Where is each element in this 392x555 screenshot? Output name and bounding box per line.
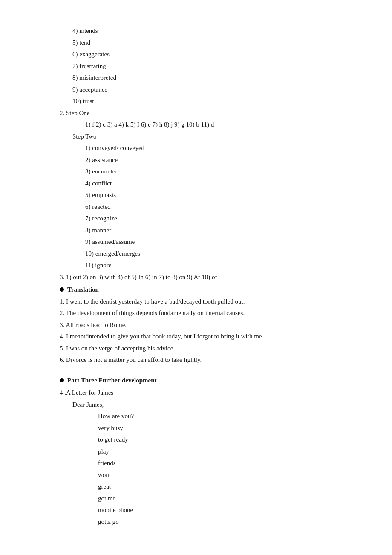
step-two-item-11: 11) ignore xyxy=(85,260,349,271)
translation-heading: Translation xyxy=(60,284,349,295)
letter-items: How are you? very busy to get ready play… xyxy=(72,411,349,527)
letter-intro: 4 .A Letter for James xyxy=(60,387,349,399)
letter-item-5: friends xyxy=(98,458,349,469)
part-three-section: Part Three Further development xyxy=(60,375,349,386)
step-two-section: Step Two 1) conveyed/ conveyed 2) assist… xyxy=(60,131,349,271)
step-two-label-wrapper: Step Two xyxy=(60,131,349,142)
translation-items: 1. I went to the dentist yesterday to ha… xyxy=(60,296,349,366)
step-one-items: 1) f 2) c 3) a 4) k 5) I 6) e 7) h 8) j … xyxy=(85,119,349,130)
list-item-7: 7) frustrating xyxy=(72,61,349,72)
list-item-4: 4) intends xyxy=(72,26,349,37)
translation-item-4: 4. I meant/intended to give you that boo… xyxy=(60,331,349,342)
part-three-heading-text: Part Three Further development xyxy=(67,377,157,384)
list-item-6: 6) exaggerates xyxy=(72,49,349,60)
letter-section: 4 .A Letter for James Dear James, How ar… xyxy=(60,387,349,527)
step-two-item-4: 4) conflict xyxy=(85,178,349,189)
letter-item-2: very busy xyxy=(98,423,349,434)
step-two-label: Step Two xyxy=(72,131,349,142)
step-two-item-10: 10) emerged/emerges xyxy=(85,249,349,260)
step-two-item-1: 1) conveyed/ conveyed xyxy=(85,143,349,154)
list-item-8: 8) misinterpreted xyxy=(72,72,349,84)
item3-section: 3. 1) out 2) on 3) with 4) of 5) In 6) i… xyxy=(60,272,349,283)
letter-item-6: won xyxy=(98,470,349,481)
step-two-item-3: 3) encounter xyxy=(85,166,349,177)
dear-james: Dear James, xyxy=(72,399,349,410)
letter-item-1: How are you? xyxy=(98,411,349,422)
step-one-label: 2. Step One xyxy=(60,108,349,119)
main-content: 4) intends 5) tend 6) exaggerates 7) fru… xyxy=(60,26,349,527)
numbered-list-top: 4) intends 5) tend 6) exaggerates 7) fru… xyxy=(60,26,349,107)
item3-text: 3. 1) out 2) on 3) with 4) of 5) In 6) i… xyxy=(60,272,349,283)
letter-item-4: play xyxy=(98,446,349,457)
translation-item-2: 2. The development of things depends fun… xyxy=(60,308,349,319)
part-three-bullet-icon xyxy=(60,378,64,382)
letter-item-10: gotta go xyxy=(98,517,349,528)
translation-item-6: 6. Divorce is not a matter you can affor… xyxy=(60,355,349,366)
letter-item-9: mobile phone xyxy=(98,505,349,516)
part-three-heading: Part Three Further development xyxy=(60,375,349,386)
step-two-item-6: 6) reacted xyxy=(85,202,349,213)
translation-bullet-icon xyxy=(60,287,64,292)
list-item-9: 9) acceptance xyxy=(72,84,349,95)
list-item-5: 5) tend xyxy=(72,38,349,49)
letter-item-7: great xyxy=(98,481,349,492)
list-item-10: 10) trust xyxy=(72,96,349,107)
translation-label: Translation xyxy=(67,284,99,295)
letter-item-3: to get ready xyxy=(98,434,349,445)
step-two-item-5: 5) emphasis xyxy=(85,190,349,201)
step-two-item-9: 9) assumed/assume xyxy=(85,237,349,248)
step-two-item-7: 7) recognize xyxy=(85,213,349,224)
translation-item-3: 3. All roads lead to Rome. xyxy=(60,320,349,331)
letter-body: Dear James, How are you? very busy to ge… xyxy=(60,399,349,528)
translation-item-5: 5. I was on the verge of accepting his a… xyxy=(60,343,349,354)
step-one-section: 2. Step One 1) f 2) c 3) a 4) k 5) I 6) … xyxy=(60,108,349,130)
step-two-item-2: 2) assistance xyxy=(85,155,349,166)
step-two-item-8: 8) manner xyxy=(85,225,349,236)
step-one-answers: 1) f 2) c 3) a 4) k 5) I 6) e 7) h 8) j … xyxy=(60,119,349,130)
step-two-items: 1) conveyed/ conveyed 2) assistance 3) e… xyxy=(60,143,349,271)
letter-item-8: got me xyxy=(98,493,349,504)
translation-item-1: 1. I went to the dentist yesterday to ha… xyxy=(60,296,349,307)
